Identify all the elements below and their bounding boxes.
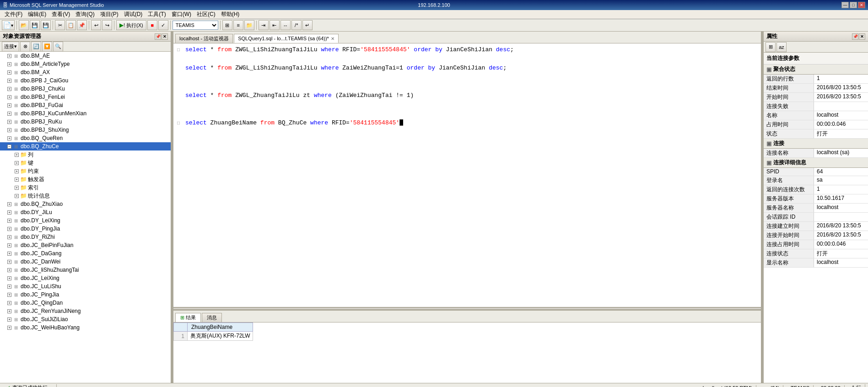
menu-item[interactable]: 窗口(W) — [169, 10, 194, 19]
menu-item[interactable]: 编辑(E) — [25, 10, 49, 19]
tree-item[interactable]: +⊞dbo.BPBJ_ChuKu — [0, 85, 171, 93]
tree-item[interactable]: +⊞dbo.BQ_ZhuXiao — [0, 200, 171, 208]
filter-button[interactable]: 🔽 — [42, 42, 52, 52]
tree-toggle[interactable]: + — [7, 112, 11, 116]
tree-item[interactable]: +⊞dbo.BPBJ_KuCunMenXian — [0, 109, 171, 118]
tree-toggle[interactable]: + — [7, 120, 11, 124]
menu-item[interactable]: 社区(C) — [194, 10, 218, 19]
tree-item[interactable]: +⊞dbo.BPBJ_FuGai — [0, 101, 171, 109]
refresh-button[interactable]: 🔄 — [31, 42, 41, 52]
tree-item[interactable]: +⊞dbo.BM_AX — [0, 68, 171, 76]
tree-item[interactable]: −⊞dbo.BQ_ZhuCe — [0, 142, 171, 150]
tree-item[interactable]: +📁列 — [0, 150, 171, 159]
database-selector[interactable]: TEAMIS — [173, 21, 218, 30]
tree-toggle[interactable]: + — [7, 301, 11, 305]
pin-button[interactable]: 📌 — [155, 33, 161, 40]
tree-toggle[interactable]: + — [7, 54, 11, 58]
results-grid-button[interactable]: ⊞ — [222, 20, 232, 30]
prop-category-button[interactable]: ⊞ — [766, 42, 776, 52]
tree-toggle[interactable]: + — [15, 153, 19, 157]
prop-alpha-button[interactable]: az — [776, 42, 787, 52]
tree-item[interactable]: +⊞dbo.JC_PingJia — [0, 290, 171, 299]
tree-item[interactable]: +⊞dbo.BPBJ_RuKu — [0, 118, 171, 126]
menu-item[interactable]: 文件(F) — [2, 10, 25, 19]
undo-button[interactable]: ↩ — [91, 20, 101, 30]
tree-item[interactable]: +📁键 — [0, 159, 171, 167]
comment-button[interactable]: -- — [280, 20, 291, 30]
menu-item[interactable]: 调试(D) — [121, 10, 146, 19]
indent-button[interactable]: ⇥ — [259, 20, 269, 30]
tree-item[interactable]: +📁统计信息 — [0, 192, 171, 200]
tree-toggle[interactable]: + — [7, 252, 11, 256]
tree-item[interactable]: +⊞dbo.JC_LeiXing — [0, 274, 171, 282]
tree-toggle[interactable]: + — [7, 276, 11, 280]
properties-close-button[interactable]: ✕ — [859, 33, 865, 40]
tree-item[interactable]: +📁触发器 — [0, 175, 171, 183]
section-toggle-icon[interactable]: ▣ — [766, 160, 771, 166]
execute-button[interactable]: ▶ ! 执行(X) — [116, 20, 146, 30]
tree-item[interactable]: +⊞dbo.JC_BeiPinFuJian — [0, 241, 171, 249]
query-tab[interactable]: SQLQuery1.sql - lo...t.TEAMIS (sa (64))*… — [234, 34, 339, 43]
cut-button[interactable]: ✂ — [55, 20, 65, 30]
tree-item[interactable]: +⊞dbo.JC_liShuZhuangTai — [0, 266, 171, 274]
tree-toggle[interactable]: + — [7, 268, 11, 272]
uncomment-button[interactable]: /* — [291, 20, 302, 30]
tree-toggle[interactable]: + — [7, 219, 11, 223]
tree-item[interactable]: +⊞dbo.JC_QingDan — [0, 299, 171, 307]
close-button[interactable]: ✕ — [858, 2, 865, 8]
menu-item[interactable]: 帮助(H) — [218, 10, 243, 19]
tree-toggle[interactable]: − — [7, 145, 11, 149]
tree-item[interactable]: +⊞dbo.JC_RenYuanJiNeng — [0, 307, 171, 315]
tree-toggle[interactable]: + — [15, 186, 19, 190]
tree-item[interactable]: +⊞dbo.BPBJ_ShuXing — [0, 126, 171, 134]
save-all-button[interactable]: 💾 — [41, 20, 51, 30]
tree-toggle[interactable]: + — [7, 128, 11, 132]
connect-button[interactable]: 连接▾ — [2, 42, 19, 52]
search-button[interactable]: 🔍 — [53, 42, 63, 52]
tree-toggle[interactable]: + — [7, 70, 11, 75]
tree-item[interactable]: +⊞dbo.JC_LuLiShu — [0, 282, 171, 290]
tree-toggle[interactable]: + — [15, 177, 19, 182]
minimize-button[interactable]: — — [841, 2, 849, 8]
results-text-button[interactable]: ≡ — [233, 20, 243, 30]
tree-item[interactable]: +📁约束 — [0, 167, 171, 175]
tree-toggle[interactable]: + — [7, 235, 11, 239]
menu-item[interactable]: 查看(V) — [49, 10, 73, 19]
tree-toggle[interactable]: + — [15, 194, 19, 198]
tree-toggle[interactable]: + — [7, 79, 11, 83]
tree-toggle[interactable]: + — [7, 293, 11, 297]
tree-item[interactable]: +📁索引 — [0, 183, 171, 192]
tree-item[interactable]: +⊞dbo.DY_LeiXing — [0, 216, 171, 225]
parse-button[interactable]: ✓ — [158, 20, 168, 30]
messages-tab[interactable]: 消息 — [202, 313, 222, 322]
tree-toggle[interactable]: + — [15, 169, 19, 173]
copy-button[interactable]: 📋 — [66, 20, 76, 30]
disconnect-button[interactable]: ⊗ — [20, 42, 30, 52]
sql-editor[interactable]: □select * from ZWGL_LiShiZhuangTaiJiLu w… — [173, 43, 761, 307]
section-toggle-icon[interactable]: ▣ — [766, 66, 771, 73]
new-query-button[interactable]: 📄 ▾ — [2, 20, 15, 30]
tree-item[interactable]: +⊞dbo.DY_PingJia — [0, 225, 171, 233]
tree-item[interactable]: +⊞dbo.JC_DanWei — [0, 258, 171, 266]
tree-toggle[interactable]: + — [7, 285, 11, 289]
tree-toggle[interactable]: + — [7, 326, 11, 330]
menu-item[interactable]: 查询(Q) — [73, 10, 97, 19]
redo-button[interactable]: ↪ — [102, 20, 112, 30]
open-file-button[interactable]: 📂 — [19, 20, 29, 30]
tab-close-button[interactable]: ✕ — [331, 36, 334, 41]
tree-toggle[interactable]: + — [7, 317, 11, 322]
tree-toggle[interactable]: + — [7, 95, 11, 99]
section-toggle-icon[interactable]: ▣ — [766, 140, 771, 147]
monitor-tab[interactable]: localhost - 活动监视器 — [175, 34, 233, 43]
wordwrap-button[interactable]: ↵ — [302, 20, 313, 30]
maximize-button[interactable]: □ — [850, 2, 857, 8]
menu-item[interactable]: 项目(P) — [97, 10, 121, 19]
save-button[interactable]: 💾 — [30, 20, 40, 30]
tree-item[interactable]: +⊞dbo.JC_DaGang — [0, 249, 171, 258]
paste-button[interactable]: 📌 — [77, 20, 87, 30]
menu-item[interactable]: 工具(T) — [145, 10, 168, 19]
tree-item[interactable]: +⊞dbo.BPB J_CaiGou — [0, 76, 171, 85]
results-file-button[interactable]: 📁 — [244, 20, 254, 30]
tree-toggle[interactable]: + — [7, 227, 11, 231]
results-tab[interactable]: ⊞ 结果 — [175, 313, 201, 322]
